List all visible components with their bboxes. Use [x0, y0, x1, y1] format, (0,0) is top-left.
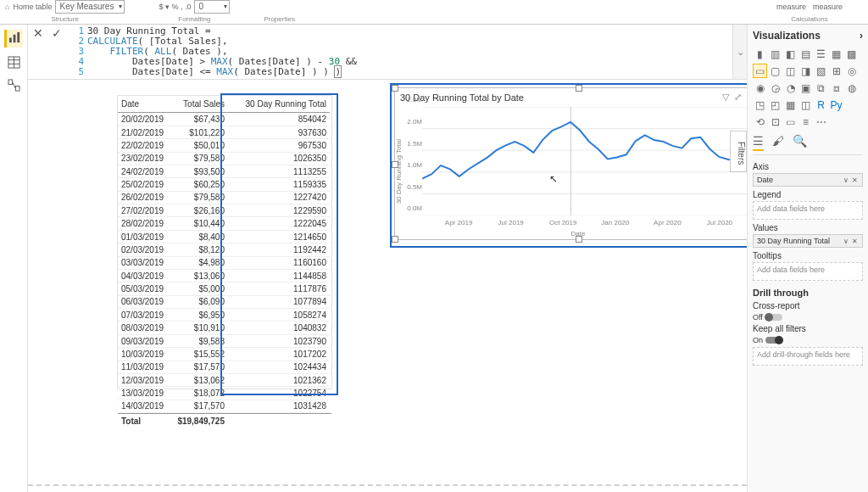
fields-tab-icon[interactable]: ☰: [753, 134, 764, 151]
data-view-icon[interactable]: [8, 56, 20, 70]
tooltips-well[interactable]: Add data fields here: [753, 262, 863, 281]
drill-through-well[interactable]: Add drill-through fields here: [753, 347, 863, 366]
table-row[interactable]: 25/02/2019$60,2501159335: [118, 178, 331, 191]
formula-expand-icon[interactable]: ⌄: [732, 25, 747, 79]
table-row[interactable]: 04/03/2019$13,0601144858: [118, 270, 331, 282]
col-running-total[interactable]: 30 Day Running Total: [228, 96, 330, 113]
chart-plot-area: ↖: [422, 107, 747, 215]
cross-report-toggle[interactable]: [765, 314, 782, 321]
cursor-icon: ↖: [549, 173, 558, 185]
table-row[interactable]: 21/02/2019$101,220937630: [118, 126, 331, 139]
table-row[interactable]: 02/03/2019$8,1201192442: [118, 243, 331, 256]
line-chart-visual[interactable]: 30 Day Running Total by Date ▽ ⤢ ⋯ 30 Da…: [394, 87, 747, 240]
chart-y-ticks: 0.0M0.5M1.0M1.5M2.0M2.5M: [407, 107, 422, 215]
analytics-tab-icon[interactable]: 🔍: [793, 134, 807, 151]
table-row[interactable]: 28/02/2019$10,4401222045: [118, 217, 331, 230]
report-canvas[interactable]: Date Total Sales 30 Day Running Total 20…: [28, 80, 747, 492]
table-row[interactable]: 27/02/2019$26,1601229590: [118, 204, 331, 217]
formula-editor[interactable]: 130 Day Running Total = 2CALCULATE( [Tot…: [67, 25, 747, 79]
chart-x-ticks: Apr 2019Jul 2019Oct 2019Jan 2020Apr 2020…: [422, 219, 747, 227]
svg-rect-7: [8, 80, 12, 85]
table-total-row: Total $19,849,725: [118, 413, 331, 428]
svg-rect-8: [15, 86, 19, 91]
table-row[interactable]: 01/03/2019$8,4001214650: [118, 231, 331, 243]
legend-well-label: Legend: [753, 190, 863, 199]
table-row[interactable]: 05/03/2019$5,0001117876: [118, 282, 331, 295]
viz-pane-collapse-icon[interactable]: ›: [860, 30, 863, 42]
keep-filters-label: Keep all filters: [753, 324, 863, 333]
total-value: $19,849,725: [169, 414, 228, 428]
table-row[interactable]: 26/02/2019$79,5801227420: [118, 192, 331, 204]
total-label: Total: [118, 414, 169, 428]
model-view-icon[interactable]: [8, 79, 20, 93]
chart-filter-icon[interactable]: ▽: [722, 92, 729, 103]
viz-format-tabs[interactable]: ☰ 🖌 🔍: [753, 134, 863, 155]
formatting-group: $ ▾ % , .0 0 Formatting: [159, 0, 230, 23]
format-tools[interactable]: $ ▾ % , .0 0: [159, 0, 230, 14]
table-row[interactable]: 14/03/2019$17,5701031428: [118, 400, 331, 413]
formula-commit-icon[interactable]: ✓: [52, 26, 62, 40]
home-table-label: Home table: [13, 3, 52, 11]
properties-group: Properties: [264, 0, 294, 23]
table-header: Date Total Sales 30 Day Running Total: [118, 96, 331, 113]
chart-x-label: Date: [395, 230, 747, 238]
values-field-pill[interactable]: 30 Day Running Total∨ ✕: [753, 234, 863, 248]
viz-pane-title: Visualizations: [753, 30, 821, 42]
svg-rect-2: [17, 32, 19, 42]
table-row[interactable]: 12/03/2019$13,0621021362: [118, 374, 331, 387]
tooltips-well-label: Tooltips: [753, 251, 863, 260]
calculations-group: measure measure Calculations: [776, 0, 843, 23]
table-row[interactable]: 24/02/2019$93,5001113255: [118, 165, 331, 178]
new-measure-btn[interactable]: measure: [813, 3, 843, 11]
home-table-dropdown[interactable]: Key Measures: [55, 0, 125, 14]
drill-through-title: Drill through: [753, 288, 863, 298]
table-row[interactable]: 08/03/2019$10,9101040832: [118, 321, 331, 334]
filters-pane-tab[interactable]: Filters: [730, 131, 747, 172]
ribbon-bar: ⌂ Home table Key Measures Structure $ ▾ …: [0, 0, 868, 25]
decimal-stepper[interactable]: 0: [194, 0, 230, 14]
keep-filters-toggle[interactable]: [765, 337, 782, 344]
home-table-icon: ⌂: [5, 3, 9, 11]
table-row[interactable]: 10/03/2019$15,5521017202: [118, 348, 331, 361]
table-row[interactable]: 13/03/2019$18,0721022754: [118, 387, 331, 400]
legend-well[interactable]: Add data fields here: [753, 201, 863, 220]
formatting-label: Formatting: [178, 15, 210, 23]
values-well-label: Values: [753, 223, 863, 232]
table-row[interactable]: 23/02/2019$79,5801026350: [118, 153, 331, 165]
calculations-label: Calculations: [791, 15, 828, 23]
table-row[interactable]: 11/03/2019$17,5701024434: [118, 361, 331, 374]
col-date[interactable]: Date: [118, 96, 169, 113]
axis-field-pill[interactable]: Date∨ ✕: [753, 173, 863, 187]
svg-rect-1: [14, 35, 16, 42]
quick-measure-btn[interactable]: measure: [776, 3, 806, 11]
highlight-box-chart: 30 Day Running Total by Date ▽ ⤢ ⋯ 30 Da…: [390, 83, 747, 248]
table-visual[interactable]: Date Total Sales 30 Day Running Total 20…: [117, 95, 332, 389]
properties-label: Properties: [264, 15, 294, 23]
formula-cancel-icon[interactable]: ✕: [33, 26, 43, 40]
visualizations-pane: Visualizations › ▮▥◧▤☰▦▩ ▭▢◫◨▧⊞◎ ◉◶◔▣⧉⧈◍…: [747, 25, 868, 492]
viz-type-grid[interactable]: ▮▥◧▤☰▦▩ ▭▢◫◨▧⊞◎ ◉◶◔▣⧉⧈◍ ◳◰▦◫RPy ⟲⊡▭≡⋯: [753, 47, 863, 129]
report-view-icon[interactable]: [4, 30, 23, 48]
table-row[interactable]: 03/03/2019$4,9801160160: [118, 257, 331, 270]
format-buttons[interactable]: $ ▾ % , .0: [159, 3, 191, 11]
chart-y-label: 30 Day Running Total: [395, 139, 403, 204]
svg-rect-0: [9, 38, 12, 43]
table-row[interactable]: 06/03/2019$6,0901077894: [118, 296, 331, 309]
structure-label: Structure: [51, 15, 78, 23]
svg-line-9: [12, 82, 15, 89]
table-row[interactable]: 22/02/2019$50,010967530: [118, 139, 331, 152]
formula-bar: ✕ ✓ 130 Day Running Total = 2CALCULATE( …: [28, 25, 747, 80]
table-row[interactable]: 09/03/2019$9,5881023790: [118, 335, 331, 348]
chart-focus-icon[interactable]: ⤢: [734, 92, 742, 103]
table-row[interactable]: 20/02/2019$67,430854042: [118, 113, 331, 126]
structure-group: ⌂ Home table Key Measures Structure: [5, 0, 125, 23]
view-rail: [0, 25, 28, 492]
col-total-sales[interactable]: Total Sales: [169, 96, 228, 113]
table-row[interactable]: 07/03/2019$6,9501058274: [118, 309, 331, 321]
cross-report-label: Cross-report: [753, 301, 863, 310]
axis-well-label: Axis: [753, 162, 863, 171]
format-tab-icon[interactable]: 🖌: [772, 134, 784, 151]
